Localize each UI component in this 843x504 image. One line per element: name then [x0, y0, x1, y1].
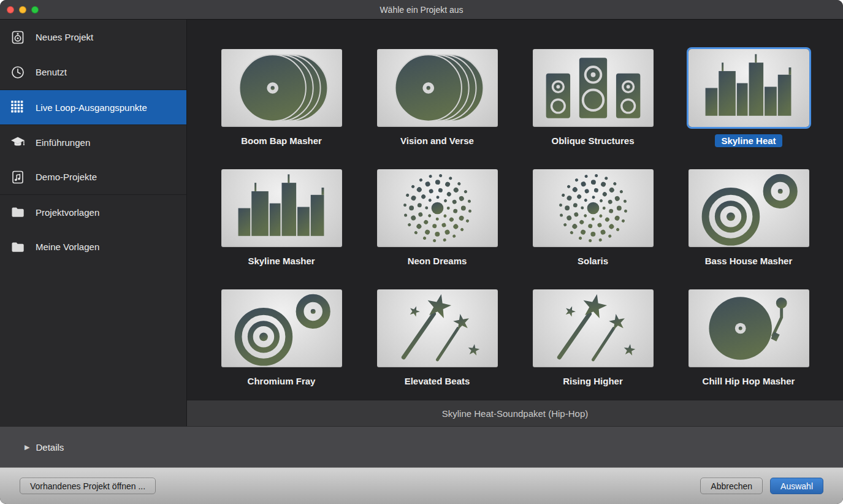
sidebar-item-einfuehrungen[interactable]: Einführungen [0, 124, 186, 159]
clock-icon [10, 64, 26, 80]
sidebar-item-label: Neues Projekt [36, 32, 93, 42]
sidebar-item-demo-projekte[interactable]: Demo-Projekte [0, 159, 186, 194]
speaker-icon [10, 29, 26, 45]
template-cell[interactable]: Oblique Structures [533, 49, 654, 147]
vinyl-stack-icon [377, 49, 498, 127]
template-cell[interactable]: Rising Higher [533, 289, 654, 388]
rings-icon [689, 169, 809, 247]
skyline-icon [689, 49, 809, 127]
zoom-button[interactable] [31, 6, 39, 13]
sidebar-item-label: Benutzt [36, 67, 67, 77]
radial-dots-icon [533, 169, 654, 247]
template-name: Chill Hip Hop Masher [696, 375, 801, 388]
titlebar: Wähle ein Projekt aus [0, 0, 843, 20]
turntable-icon [689, 289, 809, 367]
open-existing-project-button[interactable]: Vorhandenes Projekt öffnen ... [20, 478, 156, 494]
template-name: Oblique Structures [545, 134, 640, 147]
template-name: Bass House Masher [699, 254, 799, 267]
project-chooser-window: Wähle ein Projekt aus Neues Projekt Benu… [0, 0, 843, 504]
sidebar-item-label: Meine Vorlagen [36, 242, 99, 252]
template-cell[interactable]: Chill Hip Hop Masher [689, 289, 809, 388]
radial-dots-icon [377, 169, 498, 247]
sidebar-item-label: Live Loop-Ausgangspunkte [36, 102, 147, 113]
template-cell[interactable]: Skyline Masher [221, 169, 342, 267]
template-cell[interactable]: Neon Dreams [377, 169, 498, 267]
status-bar: Skyline Heat-Soundpaket (Hip-Hop) [187, 400, 843, 426]
template-name: Elevated Beats [399, 375, 476, 388]
sidebar: Neues Projekt Benutzt Live Loop-Aus [0, 20, 187, 426]
minimize-button[interactable] [19, 6, 26, 13]
sidebar-item-live-loop-ausgangspunkte[interactable]: Live Loop-Ausgangspunkte [0, 90, 186, 124]
template-grid: Boom Bap Masher Vision and Verse Oblique… [187, 20, 843, 400]
grid-icon [10, 99, 26, 115]
template-name: Vision and Verse [394, 134, 480, 147]
rings-icon [221, 289, 342, 367]
details-row: ▶ Details [0, 426, 843, 467]
speakers-icon [533, 49, 654, 127]
skyline-icon [221, 169, 342, 247]
template-name: Chromium Fray [242, 375, 322, 388]
disclosure-triangle-icon[interactable]: ▶ [25, 443, 29, 451]
template-cell[interactable]: Boom Bap Masher [221, 49, 342, 147]
footer-bar: Vorhandenes Projekt öffnen ... Abbrechen… [0, 467, 843, 504]
window-title: Wähle ein Projekt aus [380, 5, 463, 15]
wand-stars-icon [533, 289, 654, 367]
template-name: Neon Dreams [402, 254, 473, 267]
close-button[interactable] [7, 6, 14, 13]
graduation-cap-icon [10, 134, 26, 150]
template-cell-selected[interactable]: Skyline Heat [689, 49, 809, 147]
template-name: Boom Bap Masher [235, 134, 328, 147]
sidebar-item-neues-projekt[interactable]: Neues Projekt [0, 20, 186, 55]
wand-stars-icon [377, 289, 498, 367]
template-name: Skyline Heat [715, 134, 782, 147]
template-cell[interactable]: Solaris [533, 169, 654, 267]
folder-icon [10, 239, 26, 255]
sidebar-item-label: Einführungen [36, 137, 90, 148]
sidebar-item-benutzt[interactable]: Benutzt [0, 55, 186, 90]
cancel-button[interactable]: Abbrechen [700, 478, 763, 494]
template-cell[interactable]: Elevated Beats [377, 289, 498, 388]
sidebar-item-label: Projektvorlagen [36, 207, 99, 218]
template-cell[interactable]: Chromium Fray [221, 289, 342, 388]
folder-icon [10, 204, 26, 220]
traffic-lights [7, 0, 44, 19]
choose-button[interactable]: Auswahl [770, 478, 823, 494]
sidebar-item-projektvorlagen[interactable]: Projektvorlagen [0, 194, 186, 229]
sidebar-item-label: Demo-Projekte [36, 172, 97, 182]
music-document-icon [10, 169, 26, 185]
details-label[interactable]: Details [36, 442, 64, 452]
vinyl-stack-icon [221, 49, 342, 127]
template-name: Solaris [571, 254, 614, 267]
template-name: Skyline Masher [242, 254, 321, 267]
template-name: Rising Higher [557, 375, 629, 388]
template-cell[interactable]: Bass House Masher [689, 169, 809, 267]
template-cell[interactable]: Vision and Verse [377, 49, 498, 147]
template-browser: Boom Bap Masher Vision and Verse Oblique… [187, 20, 843, 426]
sidebar-item-meine-vorlagen[interactable]: Meine Vorlagen [0, 229, 186, 264]
status-text: Skyline Heat-Soundpaket (Hip-Hop) [442, 408, 588, 419]
